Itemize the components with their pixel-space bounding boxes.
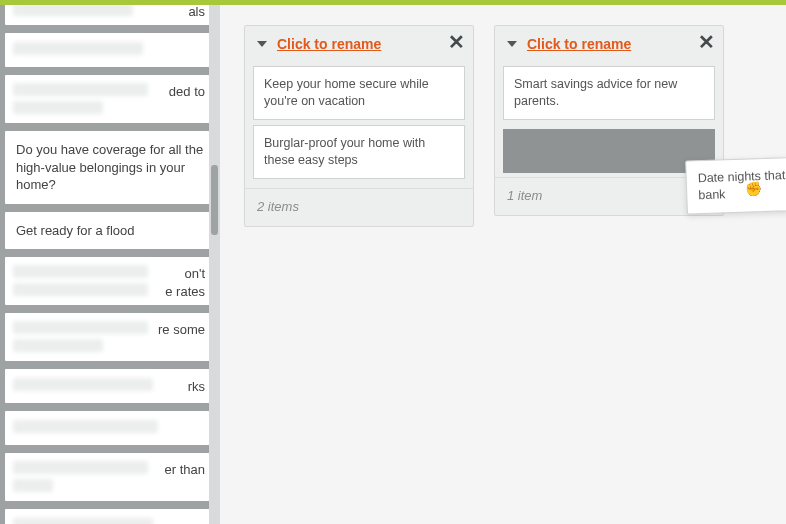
card-header: Click to rename ✕: [245, 26, 473, 66]
sidebar: enius als ded to Do you have coverage fo…: [0, 5, 220, 524]
item-text-tail: re some: [158, 321, 205, 339]
card-body: Smart savings advice for new parents.: [495, 66, 723, 129]
main-canvas: Click to rename ✕ Keep your home secure …: [220, 5, 786, 524]
list-item[interactable]: enius als: [5, 5, 215, 25]
card-item[interactable]: Keep your home secure while you're on va…: [253, 66, 465, 120]
close-icon[interactable]: ✕: [448, 32, 465, 52]
item-text-tail: ded to: [169, 83, 205, 101]
item-text: Do you have coverage for all the high-va…: [16, 142, 203, 192]
item-text-tail: als: [188, 5, 205, 21]
item-text: Get ready for a flood: [16, 223, 135, 238]
list-item[interactable]: [5, 509, 215, 524]
close-icon[interactable]: ✕: [698, 32, 715, 52]
list-item[interactable]: on't e rates: [5, 257, 215, 305]
list-item[interactable]: Get ready for a flood: [5, 212, 215, 250]
dragging-item[interactable]: Date nights that won't break the bank ✊: [685, 153, 786, 214]
card-item[interactable]: Smart savings advice for new parents.: [503, 66, 715, 120]
rename-link[interactable]: Click to rename: [277, 36, 381, 52]
rename-link[interactable]: Click to rename: [527, 36, 631, 52]
item-text-tail: rks: [188, 378, 205, 396]
layout: enius als ded to Do you have coverage fo…: [0, 5, 786, 524]
chevron-down-icon[interactable]: [257, 41, 267, 47]
item-text-tail: on't: [184, 265, 205, 283]
sidebar-scroll[interactable]: enius als ded to Do you have coverage fo…: [0, 5, 220, 524]
card-footer: 2 items: [245, 188, 473, 226]
item-text-tail: e rates: [165, 283, 205, 301]
card-item[interactable]: Burglar-proof your home with these easy …: [253, 125, 465, 179]
list-item[interactable]: re some: [5, 313, 215, 361]
list-item[interactable]: [5, 33, 215, 67]
card-body: Keep your home secure while you're on va…: [245, 66, 473, 188]
list-item[interactable]: [5, 411, 215, 445]
list-item[interactable]: er than: [5, 453, 215, 501]
card-header: Click to rename ✕: [495, 26, 723, 66]
drop-placeholder: [503, 129, 715, 173]
group-card: Click to rename ✕ Keep your home secure …: [244, 25, 474, 227]
card-item-text: Smart savings advice for new parents.: [514, 77, 677, 108]
dragging-item-text: Date nights that won't break the bank: [698, 165, 786, 202]
chevron-down-icon[interactable]: [507, 41, 517, 47]
scrollbar-thumb[interactable]: [211, 165, 218, 235]
list-item[interactable]: rks: [5, 369, 215, 403]
card-item-text: Burglar-proof your home with these easy …: [264, 136, 425, 167]
item-text-tail: er than: [165, 461, 205, 479]
list-item[interactable]: Do you have coverage for all the high-va…: [5, 131, 215, 204]
card-item-text: Keep your home secure while you're on va…: [264, 77, 429, 108]
sidebar-scrollbar[interactable]: [209, 5, 220, 524]
list-item[interactable]: ded to: [5, 75, 215, 123]
